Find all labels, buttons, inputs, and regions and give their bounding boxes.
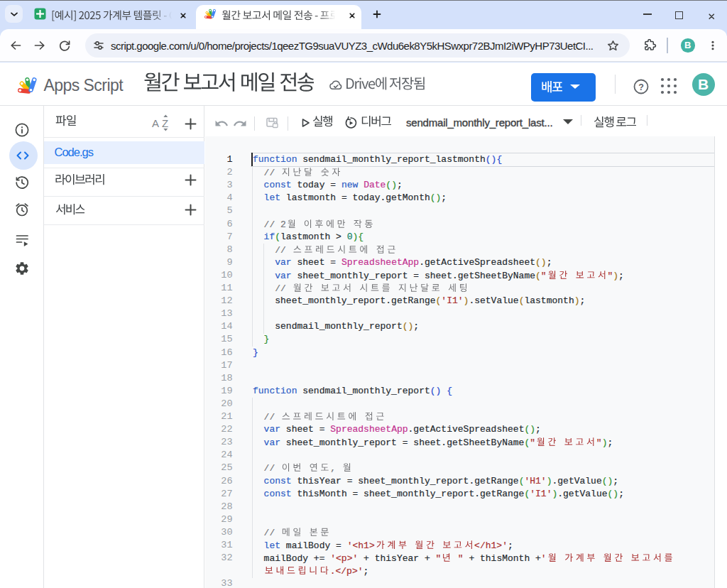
svg-text:A: A bbox=[152, 117, 159, 129]
svg-text:Z: Z bbox=[162, 117, 168, 129]
svg-text:?: ? bbox=[638, 82, 644, 92]
